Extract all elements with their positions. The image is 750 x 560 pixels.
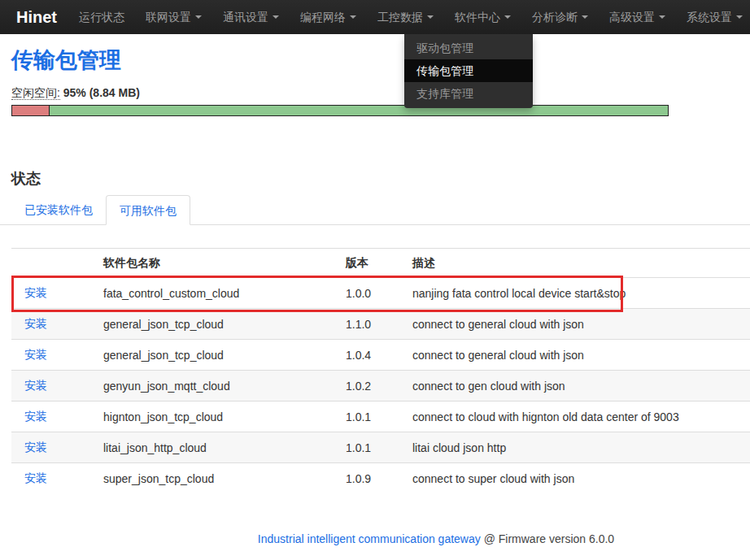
nav-item-comm-settings[interactable]: 通讯设置 <box>212 0 290 34</box>
progress-free-segment <box>50 106 668 115</box>
table-header-row: 软件包名称 版本 描述 <box>11 249 750 278</box>
package-name: hignton_json_tcp_cloud <box>97 402 339 432</box>
top-navbar: Hinet 运行状态 联网设置 通讯设置 编程网络 工控数据 软件中心 分析诊断… <box>0 0 750 34</box>
caret-down-icon <box>350 15 356 19</box>
brand-logo[interactable]: Hinet <box>0 8 68 27</box>
nav-item-industrial-data[interactable]: 工控数据 <box>367 0 444 34</box>
caret-down-icon <box>427 15 434 19</box>
free-space-text: 空闲空间: 95% (8.84 MB) <box>11 86 750 99</box>
package-name: general_json_tcp_cloud <box>97 340 339 371</box>
table-row: 安装 fata_control_custom_cloud 1.0.0 nanji… <box>11 278 750 309</box>
package-name: fata_control_custom_cloud <box>97 278 339 309</box>
package-table: 软件包名称 版本 描述 安装 fata_control_custom_cloud… <box>11 248 750 494</box>
nav-item-label: 分析诊断 <box>532 11 578 24</box>
package-name: super_json_tcp_cloud <box>97 463 339 494</box>
dropdown-item-transfer-package[interactable]: 传输包管理 <box>404 59 533 82</box>
dropdown-item-support-library[interactable]: 支持库管理 <box>404 82 533 105</box>
nav-item-label: 联网设置 <box>146 11 191 24</box>
header-package-name: 软件包名称 <box>97 249 339 278</box>
install-button[interactable]: 安装 <box>24 317 47 330</box>
package-description: nanjing fata control local device start&… <box>406 278 750 309</box>
package-version: 1.0.0 <box>339 278 406 309</box>
package-description: connect to gen cloud with json <box>406 371 750 402</box>
install-button[interactable]: 安装 <box>24 441 47 454</box>
package-description: litai cloud json http <box>406 432 750 463</box>
package-version: 1.0.1 <box>339 402 406 432</box>
nav-item-programming-network[interactable]: 编程网络 <box>290 0 367 34</box>
package-version: 1.1.0 <box>339 309 406 340</box>
nav-item-system-settings[interactable]: 系统设置 <box>676 0 750 34</box>
package-version: 1.0.1 <box>339 432 406 463</box>
table-row: 安装 litai_json_http_cloud 1.0.1 litai clo… <box>11 432 750 463</box>
table-row: 安装 general_json_tcp_cloud 1.1.0 connect … <box>11 309 750 340</box>
table-row: 安装 super_json_tcp_cloud 1.0.9 connect to… <box>11 463 750 494</box>
nav-item-software-center[interactable]: 软件中心 <box>444 0 521 34</box>
nav-item-label: 工控数据 <box>377 11 423 24</box>
package-version: 1.0.4 <box>339 340 406 371</box>
package-tabs: 已安装软件包 可用软件包 <box>0 195 750 225</box>
software-center-dropdown: 驱动包管理 传输包管理 支持库管理 <box>404 34 533 108</box>
free-space-label: 空闲空间: <box>11 86 60 100</box>
package-name: genyun_json_mqtt_cloud <box>97 371 339 402</box>
progress-used-segment <box>12 106 50 115</box>
nav-item-label: 编程网络 <box>300 11 346 24</box>
gateway-footer-link[interactable]: Industrial intelligent communication gat… <box>258 532 481 545</box>
storage-progress-bar <box>11 105 669 116</box>
package-description: connect to super cloud with json <box>406 463 750 494</box>
tab-installed-packages[interactable]: 已安装软件包 <box>11 195 106 224</box>
caret-down-icon <box>273 15 279 19</box>
package-description: connect to general cloud with json <box>406 340 750 371</box>
header-version: 版本 <box>339 249 406 278</box>
free-space-value: 95% (8.84 MB) <box>63 86 140 99</box>
nav-item-label: 系统设置 <box>687 11 732 24</box>
caret-down-icon <box>195 15 202 19</box>
page-footer: Industrial intelligent communication gat… <box>0 532 750 545</box>
caret-down-icon <box>582 15 588 19</box>
install-button[interactable]: 安装 <box>24 286 47 299</box>
page-title: 传输包管理 <box>11 47 750 73</box>
install-button[interactable]: 安装 <box>24 348 47 361</box>
nav-item-label: 高级设置 <box>609 11 655 24</box>
nav-item-advanced-settings[interactable]: 高级设置 <box>599 0 676 34</box>
caret-down-icon <box>504 15 511 19</box>
nav-item-network-settings[interactable]: 联网设置 <box>135 0 212 34</box>
package-description: connect to general cloud with json <box>406 309 750 340</box>
status-heading: 状态 <box>11 170 750 188</box>
install-button[interactable]: 安装 <box>24 410 47 423</box>
caret-down-icon <box>736 15 743 19</box>
table-row: 安装 general_json_tcp_cloud 1.0.4 connect … <box>11 340 750 371</box>
dropdown-item-driver-package[interactable]: 驱动包管理 <box>404 37 533 59</box>
header-description: 描述 <box>406 249 750 278</box>
nav-item-label: 软件中心 <box>455 11 500 24</box>
package-name: general_json_tcp_cloud <box>97 309 339 340</box>
package-version: 1.0.2 <box>339 371 406 402</box>
package-name: litai_json_http_cloud <box>97 432 339 463</box>
header-action <box>11 249 97 278</box>
install-button[interactable]: 安装 <box>24 379 47 392</box>
nav-item-label: 通讯设置 <box>223 11 268 24</box>
package-description: connect to cloud with hignton old data c… <box>406 402 750 432</box>
table-row: 安装 genyun_json_mqtt_cloud 1.0.2 connect … <box>11 371 750 402</box>
tab-available-packages[interactable]: 可用软件包 <box>106 195 190 225</box>
firmware-version-text: @ Firmware version 6.0.0 <box>481 532 614 545</box>
table-row: 安装 hignton_json_tcp_cloud 1.0.1 connect … <box>11 402 750 432</box>
caret-down-icon <box>659 15 665 19</box>
page-content: 传输包管理 空闲空间: 95% (8.84 MB) 状态 已安装软件包 可用软件… <box>0 34 750 494</box>
nav-item-analysis-diagnosis[interactable]: 分析诊断 <box>521 0 599 34</box>
nav-item-running-status[interactable]: 运行状态 <box>68 0 135 34</box>
package-version: 1.0.9 <box>339 463 406 494</box>
install-button[interactable]: 安装 <box>24 471 47 484</box>
